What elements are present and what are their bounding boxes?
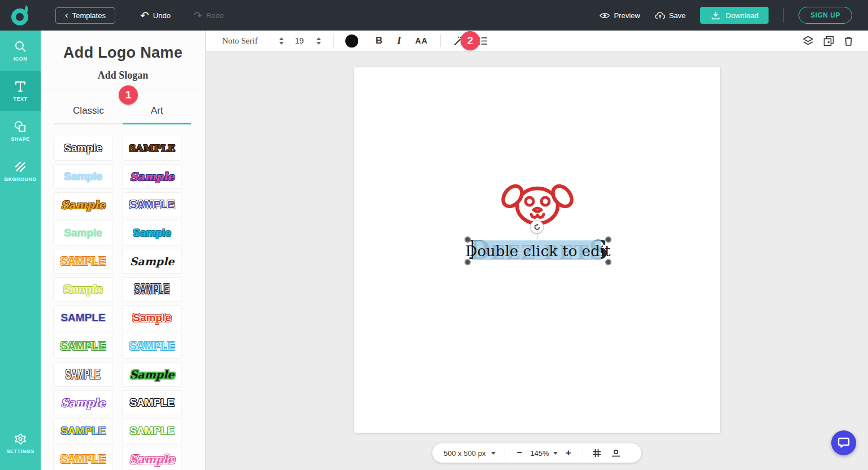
download-button[interactable]: Download xyxy=(700,7,769,24)
font-size-stepper[interactable] xyxy=(316,37,321,45)
text-style-sample[interactable]: SAMPLE xyxy=(53,419,113,443)
bold-button[interactable]: B xyxy=(376,35,383,46)
rotate-handle[interactable] xyxy=(530,220,544,234)
sidebar-item-settings[interactable]: SETTINGS xyxy=(0,423,41,463)
eye-icon xyxy=(600,10,610,20)
zoom-level-value: 145% xyxy=(530,449,549,458)
text-style-sample[interactable]: SAMPLE xyxy=(53,249,113,274)
save-button[interactable]: Save xyxy=(655,10,686,20)
text-style-sample[interactable]: Sample xyxy=(122,249,182,274)
style-tabs: Classic Art xyxy=(54,105,191,124)
text-style-sample[interactable]: Sample xyxy=(53,136,113,161)
text-style-sample[interactable]: Sample xyxy=(53,192,113,217)
sample-text: SAMPLE xyxy=(60,255,105,268)
workspace[interactable]: DEEZ PETS Double click to edit xyxy=(206,51,868,470)
uppercase-button[interactable]: AA xyxy=(415,36,428,45)
tab-art[interactable]: Art xyxy=(123,105,191,123)
live-chat-button[interactable] xyxy=(831,430,856,455)
duplicate-button[interactable] xyxy=(823,36,834,46)
layers-button[interactable] xyxy=(802,36,814,46)
text-style-sample[interactable]: SAMPLE xyxy=(53,362,113,387)
font-size-value[interactable]: 19 xyxy=(295,36,304,45)
text-style-sample[interactable]: Sample xyxy=(53,390,113,415)
sample-text: Sample xyxy=(64,227,102,239)
text-style-sample[interactable]: SAMPLE xyxy=(53,447,113,470)
snap-guides-icon xyxy=(611,449,620,458)
sidebar-item-icon[interactable]: ICON xyxy=(0,31,41,71)
sample-text: Sample xyxy=(130,453,175,465)
grid-toggle-button[interactable] xyxy=(592,449,601,458)
text-style-sample[interactable]: Sample xyxy=(53,277,113,302)
zoom-out-button[interactable]: − xyxy=(514,447,524,459)
chevron-down-icon xyxy=(553,452,558,455)
design-canvas[interactable]: DEEZ PETS Double click to edit xyxy=(354,67,720,433)
selection-handle-top-left[interactable] xyxy=(465,236,471,243)
sample-text: Sample xyxy=(133,312,171,324)
sample-text: SAMPLE xyxy=(129,396,174,409)
tool-sidebar: ICON TEXT SHAPE BKGROUND SETTINGS xyxy=(0,31,41,470)
shape-icon xyxy=(14,120,27,133)
templates-button[interactable]: ‹ Templates xyxy=(55,7,115,24)
toolbar-divider xyxy=(333,35,334,47)
text-style-sample[interactable]: SAMPLE xyxy=(122,192,182,217)
font-family-select[interactable]: Noto Serif xyxy=(222,36,258,46)
sample-text: Sample xyxy=(64,170,102,183)
sidebar-item-shape[interactable]: SHAPE xyxy=(0,111,41,151)
tab-classic[interactable]: Classic xyxy=(54,105,123,123)
text-style-sample[interactable]: SAMPLE xyxy=(53,334,113,359)
text-style-sample[interactable]: SAMPLE xyxy=(122,277,182,302)
templates-label: Templates xyxy=(72,11,106,20)
undo-icon: ↶ xyxy=(140,10,149,21)
text-style-sample[interactable]: Sample xyxy=(122,447,182,470)
text-style-sample[interactable]: Sample xyxy=(53,164,113,189)
preview-label: Preview xyxy=(614,11,640,20)
text-style-sample[interactable]: Sample xyxy=(122,164,182,189)
logo-text-element[interactable]: DEEZ PETS Double click to edit xyxy=(467,238,609,263)
sample-text: SAMPLE xyxy=(134,282,170,298)
sidebar-item-label: BKGROUND xyxy=(5,176,37,182)
sign-up-button[interactable]: SIGN UP xyxy=(798,7,852,24)
text-style-sample[interactable]: Sample xyxy=(122,362,182,387)
text-style-sample[interactable]: Sample xyxy=(122,305,182,330)
undo-button[interactable]: ↶ Undo xyxy=(140,10,171,21)
app-logo[interactable] xyxy=(0,0,41,31)
selection-handle-top-right[interactable] xyxy=(605,236,611,243)
text-style-sample[interactable]: SAMPLE xyxy=(122,334,182,359)
text-icon xyxy=(14,80,27,93)
text-style-sample[interactable]: Sample xyxy=(53,221,113,245)
text-style-sample[interactable]: SAMPLE xyxy=(122,390,182,415)
canvas-size-dropdown[interactable]: 500 x 500 px xyxy=(444,449,496,458)
sample-text: SAMPLE xyxy=(129,425,174,437)
add-slogan-button[interactable]: Add Slogan xyxy=(41,70,205,81)
sample-text: Sample xyxy=(130,255,175,268)
chat-bubble-icon xyxy=(837,437,850,449)
text-style-sample[interactable]: Sample xyxy=(122,221,182,245)
add-logo-name-button[interactable]: Add Logo Name xyxy=(41,44,205,62)
text-color-swatch[interactable] xyxy=(345,35,358,48)
text-style-sample[interactable]: SAMPLE xyxy=(53,305,113,330)
text-style-sample[interactable]: SAMPLE xyxy=(122,136,182,161)
sample-text: Sample xyxy=(133,227,171,239)
font-family-stepper[interactable] xyxy=(279,37,284,45)
redo-button[interactable]: ↷ Redo xyxy=(193,10,224,21)
zoom-bar: 500 x 500 px − 145% + xyxy=(432,443,641,463)
sidebar-item-text[interactable]: TEXT xyxy=(0,71,41,111)
preview-button[interactable]: Preview xyxy=(600,10,640,20)
zoom-in-button[interactable]: + xyxy=(563,447,574,459)
redo-label: Redo xyxy=(206,11,224,20)
duplicate-icon xyxy=(823,36,834,46)
stripes-icon xyxy=(14,160,27,174)
selection-handle-bottom-right[interactable] xyxy=(605,259,611,265)
sidebar-item-background[interactable]: BKGROUND xyxy=(0,151,41,191)
delete-button[interactable] xyxy=(844,36,853,46)
selection-handle-bottom-left[interactable] xyxy=(465,259,471,265)
italic-button[interactable]: I xyxy=(397,35,401,47)
edit-hint-text: Double click to edit xyxy=(466,243,611,260)
zoom-level-dropdown[interactable]: 145% xyxy=(530,449,557,458)
text-style-sample[interactable]: SAMPLE xyxy=(122,419,182,443)
sample-text: SAMPLE xyxy=(60,453,105,465)
sample-text: SAMPLE xyxy=(60,312,105,324)
snap-guides-button[interactable] xyxy=(611,449,620,458)
redo-icon: ↷ xyxy=(193,10,202,21)
sample-text: Sample xyxy=(61,199,106,211)
